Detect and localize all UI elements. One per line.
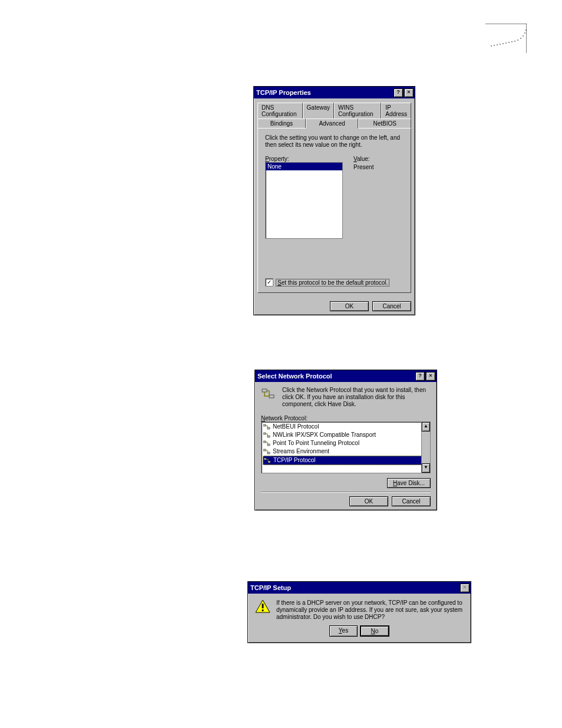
svg-point-9 bbox=[517, 39, 518, 41]
svg-point-3 bbox=[500, 44, 501, 45]
protocol-label: TCP/IP Protocol bbox=[273, 456, 316, 465]
property-item-none[interactable]: None bbox=[266, 163, 342, 170]
window-title: Select Network Protocol bbox=[257, 373, 332, 380]
page-corner-decoration bbox=[485, 24, 527, 53]
protocol-icon bbox=[261, 387, 276, 402]
titlebar[interactable]: Select Network Protocol ? × bbox=[255, 370, 437, 382]
close-icon[interactable]: × bbox=[404, 88, 414, 97]
protocol-item[interactable]: Point To Point Tunneling Protocol bbox=[263, 439, 429, 447]
scroll-down-button[interactable]: ▼ bbox=[422, 463, 430, 473]
property-label: Property: bbox=[265, 156, 343, 162]
value-text: Present bbox=[353, 164, 373, 170]
select-network-protocol-dialog: Select Network Protocol ? × Click the Ne… bbox=[254, 370, 437, 510]
svg-rect-22 bbox=[263, 449, 266, 451]
svg-point-4 bbox=[503, 43, 504, 44]
svg-point-8 bbox=[514, 41, 515, 42]
svg-point-11 bbox=[523, 35, 524, 37]
help-icon[interactable]: ? bbox=[394, 88, 403, 97]
tab-advanced[interactable]: Advanced bbox=[306, 118, 359, 129]
svg-rect-17 bbox=[267, 427, 270, 429]
scrollbar[interactable]: ▲ ▼ bbox=[421, 422, 430, 473]
window-title: TCP/IP Properties bbox=[256, 89, 311, 96]
close-icon[interactable]: × bbox=[426, 372, 435, 381]
protocol-label: Point To Point Tunneling Protocol bbox=[273, 439, 359, 447]
default-protocol-label: Set this protocol to be the default prot… bbox=[276, 279, 389, 286]
protocol-icon bbox=[263, 432, 270, 438]
protocol-label: NWLink IPX/SPX Compatible Transport bbox=[273, 431, 376, 439]
instruction-text: Click the setting you want to change on … bbox=[265, 134, 404, 149]
tab-gateway[interactable]: Gateway bbox=[303, 103, 334, 118]
protocol-icon bbox=[263, 449, 270, 454]
svg-point-12 bbox=[524, 32, 525, 34]
window-title: TCP/IP Setup bbox=[250, 584, 291, 591]
protocol-item[interactable]: TCP/IP Protocol bbox=[263, 456, 429, 465]
svg-rect-27 bbox=[262, 610, 264, 611]
no-button[interactable]: No bbox=[360, 625, 389, 637]
tab-bindings[interactable]: Bindings bbox=[257, 118, 306, 129]
svg-rect-14 bbox=[262, 389, 267, 392]
cancel-button[interactable]: Cancel bbox=[372, 301, 411, 311]
svg-point-10 bbox=[520, 38, 521, 39]
svg-point-6 bbox=[508, 42, 510, 43]
svg-point-0 bbox=[491, 45, 492, 47]
ok-button[interactable]: OK bbox=[330, 301, 369, 311]
protocol-label: Streams Environment bbox=[273, 447, 329, 456]
protocol-item[interactable]: NetBEUI Protocol bbox=[263, 423, 429, 431]
tab-netbios[interactable]: NetBIOS bbox=[358, 118, 411, 129]
cancel-button[interactable]: Cancel bbox=[392, 496, 431, 506]
titlebar[interactable]: TCP/IP Setup × bbox=[248, 582, 471, 594]
tcpip-setup-dialog: TCP/IP Setup × If there is a DHCP server… bbox=[247, 581, 471, 643]
svg-rect-19 bbox=[267, 436, 270, 437]
svg-point-1 bbox=[494, 45, 495, 46]
protocol-icon bbox=[263, 440, 270, 446]
close-icon: × bbox=[460, 584, 470, 592]
svg-rect-24 bbox=[264, 458, 266, 460]
protocol-listbox[interactable]: NetBEUI ProtocolNWLink IPX/SPX Compatibl… bbox=[261, 421, 431, 473]
property-listbox[interactable]: None bbox=[265, 162, 343, 239]
tcpip-properties-dialog: TCP/IP Properties ? × DNS Configuration … bbox=[253, 86, 415, 315]
ok-button[interactable]: OK bbox=[349, 496, 388, 506]
warning-icon bbox=[255, 599, 270, 614]
tab-wins-configuration[interactable]: WINS Configuration bbox=[334, 103, 381, 118]
tab-dns-configuration[interactable]: DNS Configuration bbox=[257, 103, 303, 118]
instruction-text: Click the Network Protocol that you want… bbox=[282, 387, 431, 408]
svg-rect-18 bbox=[263, 433, 266, 434]
protocol-label: NetBEUI Protocol bbox=[273, 423, 319, 431]
default-protocol-checkbox[interactable]: ✓ bbox=[265, 278, 273, 286]
svg-rect-23 bbox=[267, 452, 270, 454]
titlebar[interactable]: TCP/IP Properties ? × bbox=[254, 87, 415, 98]
svg-rect-16 bbox=[263, 424, 266, 426]
scroll-up-button[interactable]: ▲ bbox=[422, 422, 430, 431]
svg-rect-25 bbox=[268, 461, 270, 463]
svg-rect-21 bbox=[267, 444, 270, 446]
yes-button[interactable]: Yes bbox=[329, 625, 358, 637]
svg-point-13 bbox=[525, 29, 527, 31]
protocol-icon bbox=[264, 457, 271, 463]
tab-ip-address[interactable]: IP Address bbox=[381, 103, 411, 118]
svg-point-7 bbox=[511, 41, 513, 42]
value-label: Value: bbox=[353, 156, 373, 162]
protocol-item[interactable]: NWLink IPX/SPX Compatible Transport bbox=[263, 431, 429, 439]
protocol-icon bbox=[263, 424, 270, 430]
message-text: If there is a DHCP server on your networ… bbox=[276, 599, 464, 621]
svg-rect-20 bbox=[263, 441, 266, 443]
svg-point-5 bbox=[505, 42, 507, 44]
svg-point-2 bbox=[497, 44, 498, 45]
have-disk-button[interactable]: Have Disk... bbox=[387, 478, 431, 488]
list-label: Network Protocol: bbox=[261, 415, 431, 421]
svg-rect-15 bbox=[269, 395, 274, 398]
svg-rect-26 bbox=[262, 604, 264, 608]
protocol-item[interactable]: Streams Environment bbox=[263, 447, 429, 456]
help-icon[interactable]: ? bbox=[415, 372, 425, 381]
